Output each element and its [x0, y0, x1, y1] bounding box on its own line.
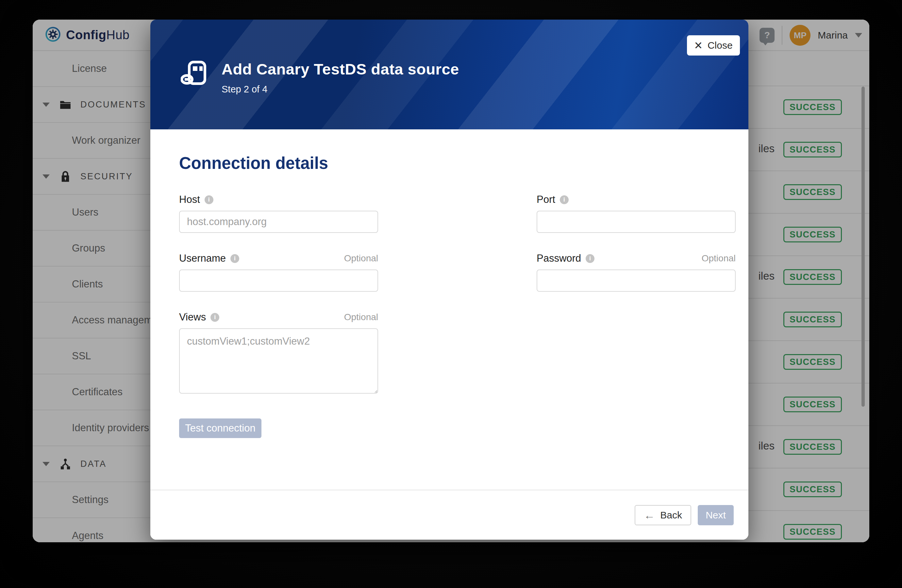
- screenshot-stage: ConfigHub ? MP Marina LicenseDOCUMENTSWo…: [0, 0, 902, 588]
- modal-footer: ← Back Next: [150, 489, 749, 540]
- info-icon[interactable]: i: [586, 254, 595, 263]
- modal-step: Step 2 of 4: [222, 84, 459, 95]
- modal-body: Connection details Hosti Usernamei: [150, 129, 749, 489]
- host-label: Host: [179, 194, 200, 205]
- info-icon[interactable]: i: [205, 195, 213, 204]
- modal-title-block: Add Canary TestDS data source Step 2 of …: [222, 60, 459, 95]
- test-connection-button[interactable]: Test connection: [179, 419, 262, 438]
- password-label: Password: [537, 252, 581, 264]
- modal-header: Add Canary TestDS data source Step 2 of …: [150, 20, 749, 129]
- username-input[interactable]: [179, 269, 378, 292]
- close-button[interactable]: × Close: [687, 35, 740, 56]
- username-field: Usernamei Optional: [179, 252, 378, 292]
- info-icon[interactable]: i: [560, 195, 568, 204]
- port-field: Porti: [537, 194, 736, 233]
- views-input[interactable]: [179, 328, 378, 394]
- password-input[interactable]: [537, 269, 736, 292]
- port-label: Port: [537, 194, 555, 205]
- info-icon[interactable]: i: [210, 313, 219, 322]
- back-button[interactable]: ← Back: [635, 505, 691, 525]
- back-label: Back: [660, 510, 682, 521]
- next-button[interactable]: Next: [698, 505, 734, 525]
- views-field: Viewsi Optional: [179, 311, 378, 395]
- data-source-icon: [181, 61, 208, 88]
- optional-tag: Optional: [702, 253, 736, 264]
- modal-title: Add Canary TestDS data source: [222, 60, 459, 78]
- form-right-column: Porti Passwordi Optional: [537, 194, 736, 311]
- port-input[interactable]: [537, 211, 736, 233]
- optional-tag: Optional: [344, 253, 378, 264]
- host-field: Hosti: [179, 194, 378, 233]
- close-label: Close: [708, 40, 733, 51]
- section-title: Connection details: [179, 153, 720, 173]
- password-field: Passwordi Optional: [537, 252, 736, 292]
- modal-add-data-source: Add Canary TestDS data source Step 2 of …: [150, 20, 749, 540]
- optional-tag: Optional: [344, 312, 378, 322]
- views-label: Views: [179, 311, 206, 323]
- username-label: Username: [179, 252, 226, 264]
- app-window: ConfigHub ? MP Marina LicenseDOCUMENTSWo…: [33, 20, 869, 542]
- host-input[interactable]: [179, 211, 378, 233]
- info-icon[interactable]: i: [230, 254, 239, 263]
- form-left-column: Hosti Usernamei Optional: [179, 194, 378, 438]
